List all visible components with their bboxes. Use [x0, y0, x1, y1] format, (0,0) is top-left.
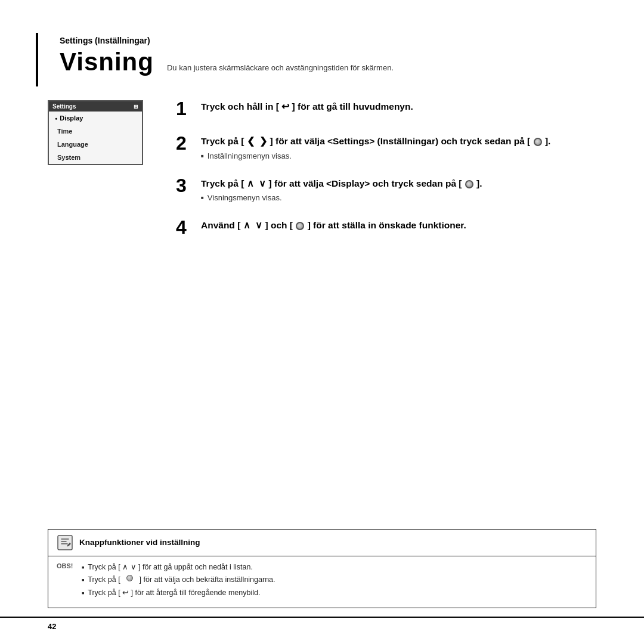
page: Settings (Inställningar) Visning Du kan …: [0, 0, 644, 644]
left-border-accent: [36, 33, 38, 86]
obs-label: OBS!: [57, 562, 76, 601]
settings-label: Settings (Inställningar): [60, 36, 596, 45]
step-1-content: Tryck och håll in [ ↩ ] för att gå till …: [201, 100, 596, 117]
step-4-content: Använd [ ∧ ∨ ] och [ ] för att ställa in…: [201, 219, 596, 236]
step-2-content: Tryck på [ ❮ ❯ ] för att välja <Settings…: [201, 135, 596, 160]
page-number: 42: [48, 622, 56, 631]
step-2-sub-1: Inställningsmenyn visas.: [201, 151, 596, 160]
step-3-content: Tryck på [ ∧ ∨ ] för att välja <Display>…: [201, 177, 596, 203]
device-icon: ⊞: [134, 104, 138, 110]
step-2-text: Tryck på [ ❮ ❯ ] för att välja <Settings…: [201, 135, 596, 148]
step-2: 2 Tryck på [ ❮ ❯ ] för att välja <Settin…: [176, 135, 596, 160]
knob-icon-4: [296, 222, 304, 230]
subtitle: Du kan justera skärmsläckare och avstäng…: [167, 63, 394, 72]
obs-title: Knappfunktioner vid inställning: [79, 538, 200, 547]
step-1-text: Tryck och håll in [ ↩ ] för att gå till …: [201, 100, 596, 113]
step-4-text: Använd [ ∧ ∨ ] och [ ] för att ställa in…: [201, 219, 596, 232]
device-mockup: Settings ⊞ Display Time Language System: [48, 100, 152, 253]
device-menu: Display Time Language System: [49, 112, 142, 164]
menu-item-display[interactable]: Display: [49, 112, 142, 125]
header: Settings (Inställningar) Visning Du kan …: [48, 36, 596, 76]
step-3-sub-1: Visningsmenyn visas.: [201, 193, 596, 202]
bottom-rule: [0, 617, 644, 618]
menu-item-system[interactable]: System: [49, 151, 142, 164]
knob-icon-3: [465, 180, 473, 188]
device-header: Settings ⊞: [49, 101, 142, 112]
obs-items: Tryck på [ ∧ ∨ ] för att gå uppåt och ne…: [82, 562, 587, 601]
main-content: Settings ⊞ Display Time Language System …: [48, 100, 596, 253]
step-2-number: 2: [176, 134, 193, 153]
knob-icon-2: [534, 138, 542, 146]
obs-note-icon: [57, 534, 73, 551]
menu-item-time[interactable]: Time: [49, 125, 142, 138]
page-title: Visning: [60, 48, 154, 76]
step-3-text: Tryck på [ ∧ ∨ ] för att välja <Display>…: [201, 177, 596, 190]
steps-container: 1 Tryck och håll in [ ↩ ] för att gå til…: [176, 100, 596, 253]
device-title: Settings: [52, 103, 76, 110]
obs-item-1: Tryck på [ ∧ ∨ ] för att gå uppåt och ne…: [82, 562, 587, 573]
obs-body: OBS! Tryck på [ ∧ ∨ ] för att gå uppåt o…: [48, 556, 596, 608]
step-3-number: 3: [176, 176, 193, 195]
step-4-number: 4: [176, 218, 193, 237]
obs-header: Knappfunktioner vid inställning: [48, 530, 596, 556]
obs-item-2: Tryck på [ ] för att välja och bekräfta …: [82, 575, 587, 586]
device-screen: Settings ⊞ Display Time Language System: [48, 100, 143, 165]
knob-icon-obs: [126, 575, 133, 581]
obs-box: Knappfunktioner vid inställning OBS! Try…: [48, 529, 596, 609]
menu-item-language[interactable]: Language: [49, 138, 142, 151]
obs-item-3: Tryck på [ ↩ ] för att återgå till föreg…: [82, 588, 587, 599]
svg-rect-0: [58, 535, 72, 550]
step-4: 4 Använd [ ∧ ∨ ] och [ ] för att ställa …: [176, 219, 596, 237]
step-3: 3 Tryck på [ ∧ ∨ ] för att välja <Displa…: [176, 177, 596, 203]
step-1-number: 1: [176, 99, 193, 118]
step-1: 1 Tryck och håll in [ ↩ ] för att gå til…: [176, 100, 596, 118]
